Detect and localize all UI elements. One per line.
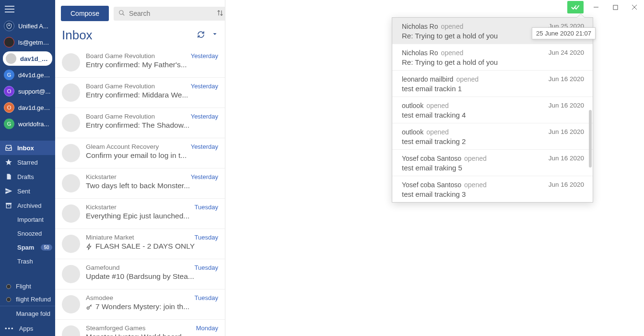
tracking-indicator-button[interactable] [567,1,584,13]
tracking-row[interactable]: leonardo mailbirdopenedJun 16 2020test e… [392,70,593,96]
more-icon: ••• [5,325,14,332]
tracking-name: Yosef coba Santoso [402,155,461,162]
email-item[interactable]: AsmodeeTuesday7 Wonders Mystery: join th… [55,289,225,319]
folder-label: Snoozed [17,230,42,237]
email-subject: Confirm your email to log in t... [86,151,218,160]
email-list[interactable]: Board Game RevolutionYesterdayEntry conf… [55,48,225,336]
account-avatar: G [4,119,14,129]
folder-item-drafts[interactable]: Drafts [0,169,55,184]
tracking-name: Nicholas Ro [402,23,438,30]
compose-button[interactable]: Compose [61,6,109,21]
sidebar-bottom: Manage fold ••• Apps [0,306,55,336]
tag-item[interactable]: Flight [0,280,55,293]
email-avatar [62,84,80,102]
tracking-date: Jun 16 2020 [549,128,584,136]
folder-label: Drafts [17,173,34,180]
email-sender: Kickstarter [86,173,117,180]
search-icon [118,10,125,18]
dropdown-icon[interactable] [211,31,218,40]
tag-label: Flight [16,283,31,290]
account-item[interactable]: Odav1d.gea... [0,99,55,116]
email-date: Tuesday [195,264,218,271]
account-item[interactable]: Gworldofra... [0,116,55,132]
account-label: ls@getmail... [18,39,51,46]
apps-button[interactable]: ••• Apps [0,321,55,336]
email-item[interactable]: KickstarterYesterdayTwo days left to bac… [55,168,225,198]
apps-label: Apps [19,325,34,332]
tracking-name: Nicholas Ro [402,49,438,57]
folder-item-inbox[interactable]: Inbox [0,141,55,155]
tracking-date: Jun 16 2020 [549,75,584,83]
email-sender: Board Game Revolution [86,113,155,120]
email-avatar [62,53,80,72]
tracking-subject: test email tracking 4 [402,111,584,119]
folder-item-archived[interactable]: Archived [0,198,55,213]
account-label: worldofra... [18,120,49,128]
email-subject: Entry confirmed: The Shadow... [86,121,218,130]
folder-item-snoozed[interactable]: Snoozed [0,227,55,240]
email-item[interactable]: Miniature MarketTuesdayFLASH SALE - 2 DA… [55,228,225,259]
account-item[interactable]: Osupport@... [0,83,55,99]
email-avatar [62,295,80,313]
tag-list: Flightflight Refund [0,280,55,306]
email-avatar [62,325,80,336]
email-item[interactable]: Gleam Account RecoveryYesterdayConfirm y… [55,138,225,168]
email-subject: Entry confirmed: Middara We... [86,91,218,99]
account-item[interactable]: dav1d_g... [3,51,52,66]
bolt-icon [86,243,93,250]
email-item[interactable]: Steamforged GamesMondayMonster Hunter: W… [55,319,225,336]
refresh-icon[interactable] [197,31,205,40]
folder-item-sent[interactable]: Sent [0,184,55,198]
tracking-status: opened [441,23,463,30]
folder-item-important[interactable]: Important [0,213,55,227]
window-maximize[interactable] [606,0,625,14]
folder-item-trash[interactable]: Trash [0,254,55,268]
window-close[interactable] [625,0,644,14]
email-date: Yesterday [191,52,218,60]
account-item[interactable]: ls@getmail... [0,34,55,50]
folder-item-starred[interactable]: Starred [0,155,55,169]
email-sender: Kickstarter [86,204,117,211]
email-sender: Board Game Revolution [86,52,155,60]
email-avatar [62,265,80,283]
tracking-row[interactable]: Yosef coba SantosoopenedJun 16 2020test … [392,176,593,202]
account-item[interactable]: Unified A... [0,18,55,34]
email-avatar [62,114,80,132]
list-header: Inbox [55,25,225,48]
email-item[interactable]: Board Game RevolutionYesterdayEntry conf… [55,108,225,138]
list-title: Inbox [62,28,93,43]
account-label: support@... [18,88,50,95]
tracking-row[interactable]: outlookopenedJun 16 2020test email track… [392,96,593,123]
email-item[interactable]: KickstarterTuesdayEverything Epic just l… [55,198,225,228]
email-item[interactable]: GamefoundTuesdayUpdate #10 (Bardsung by … [55,259,225,289]
manage-folders[interactable]: Manage fold [0,306,55,321]
account-label: dav1d_g... [20,55,49,62]
svg-rect-10 [613,5,618,10]
star-icon [5,158,12,166]
folder-list: InboxStarredDraftsSentArchivedImportantS… [0,141,55,268]
account-avatar: G [4,70,14,80]
email-item[interactable]: Board Game RevolutionYesterdayEntry conf… [55,77,225,108]
tracking-status: opened [426,102,449,109]
account-item[interactable]: Gd4v1d.ge4... [0,67,55,83]
tracking-row[interactable]: outlookopenedJun 16 2020test email track… [392,123,593,149]
tag-item[interactable]: flight Refund [0,293,55,306]
folder-item-spam[interactable]: Spam50 [0,240,55,254]
tracking-scrollbar[interactable] [589,110,592,168]
sidebar-search-placeholder[interactable]: Search folde [0,275,55,276]
hamburger-icon [5,6,14,12]
tag-dot-icon [6,297,11,302]
tracking-row[interactable]: Nicholas RoopenedJun 24 2020Re: Trying t… [392,44,593,70]
tracking-row[interactable]: Nicholas RoopenedJun 25 2020Re: Trying t… [392,18,593,44]
account-avatar [4,21,14,31]
tracking-row[interactable]: Yosef coba SantosoopenedJun 16 2020test … [392,149,593,176]
search-input[interactable] [129,10,213,17]
email-sender: Miniature Market [86,234,134,241]
send-icon [5,187,12,195]
hamburger-menu[interactable] [0,0,55,18]
window-minimize[interactable] [586,0,606,14]
sort-icon[interactable] [217,10,223,18]
search-box[interactable] [114,7,225,21]
tracking-date: Jun 24 2020 [549,49,584,57]
email-item[interactable]: Board Game RevolutionYesterdayEntry conf… [55,48,225,77]
